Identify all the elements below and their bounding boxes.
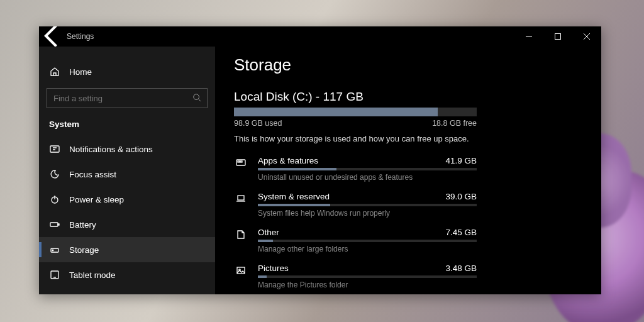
- storage-items: Apps & features41.9 GBUninstall unused o…: [234, 153, 577, 294]
- storage-detail: System & reserved39.0 GBSystem files hel…: [258, 192, 477, 218]
- svg-rect-16: [238, 161, 240, 162]
- section-label: System: [39, 114, 215, 136]
- storage-bar: [258, 168, 477, 170]
- storage-title: Pictures: [258, 264, 289, 273]
- svg-rect-1: [555, 34, 561, 40]
- notifications-icon: [49, 143, 60, 155]
- storage-detail: Apps & features41.9 GBUninstall unused o…: [258, 156, 477, 182]
- nav-list: Notifications & actionsFocus assistPower…: [39, 136, 215, 287]
- storage-bar-fill: [258, 240, 273, 242]
- storage-bar-fill: [258, 275, 267, 278]
- storage-sub: System files help Windows run properly: [258, 209, 477, 218]
- home-label: Home: [69, 67, 92, 77]
- other-icon: [234, 229, 248, 240]
- nav-label: Focus assist: [69, 170, 116, 179]
- svg-rect-9: [50, 223, 58, 226]
- svg-line-5: [199, 99, 201, 102]
- svg-point-12: [52, 250, 53, 251]
- nav-label: Storage: [69, 245, 99, 255]
- used-label: 98.9 GB used: [234, 119, 282, 128]
- home-link[interactable]: Home: [39, 59, 215, 84]
- pictures-icon: [234, 265, 248, 276]
- storage-header: Other7.45 GB: [258, 228, 477, 237]
- page-heading: Storage: [234, 55, 577, 75]
- storage-header: System & reserved39.0 GB: [258, 192, 477, 201]
- disk-name: Local Disk (C:) - 117 GB: [234, 90, 577, 104]
- storage-detail: Other7.45 GBManage other large folders: [258, 228, 477, 253]
- disk-bar-labels: 98.9 GB used 18.8 GB free: [234, 119, 477, 128]
- storage-header: Pictures3.48 GB: [258, 264, 477, 273]
- storage-icon: [49, 244, 60, 255]
- storage-sub: Manage other large folders: [258, 245, 477, 253]
- storage-size: 7.45 GB: [445, 228, 477, 237]
- content-pane[interactable]: Storage Local Disk (C:) - 117 GB 98.9 GB…: [215, 47, 601, 294]
- sidebar: Home System Notifications & actionsFocus…: [39, 47, 215, 294]
- svg-rect-18: [238, 196, 244, 200]
- home-icon: [49, 66, 60, 77]
- maximize-button[interactable]: [543, 26, 572, 47]
- window-title: Settings: [67, 32, 94, 41]
- svg-rect-6: [50, 146, 59, 152]
- free-label: 18.8 GB free: [432, 119, 477, 128]
- svg-rect-17: [240, 161, 242, 162]
- laptop-icon: [234, 193, 248, 204]
- storage-title: System & reserved: [258, 192, 330, 201]
- sidebar-item-storage[interactable]: Storage: [39, 237, 215, 262]
- storage-bar-fill: [258, 204, 330, 206]
- sidebar-item-tablet-mode[interactable]: Tablet mode: [39, 262, 215, 287]
- sidebar-item-power-sleep[interactable]: Power & sleep: [39, 187, 215, 212]
- svg-rect-19: [237, 267, 245, 274]
- apps-icon: [234, 157, 248, 169]
- moon-icon: [49, 169, 60, 180]
- storage-title: Apps & features: [258, 156, 318, 165]
- search-icon: [192, 93, 201, 102]
- close-button[interactable]: [572, 26, 601, 47]
- disk-bar-fill: [234, 108, 438, 116]
- storage-bar-fill: [258, 168, 336, 170]
- storage-size: 3.48 GB: [445, 264, 477, 273]
- storage-item-pictures[interactable]: Pictures3.48 GBManage the Pictures folde…: [234, 261, 477, 294]
- storage-bar: [258, 275, 477, 278]
- storage-item-apps-features[interactable]: Apps & features41.9 GBUninstall unused o…: [234, 153, 477, 189]
- storage-item-system-reserved[interactable]: System & reserved39.0 GBSystem files hel…: [234, 189, 477, 225]
- disk-bar: [234, 108, 477, 116]
- storage-bar: [258, 204, 477, 206]
- search-input[interactable]: [47, 88, 208, 108]
- storage-header: Apps & features41.9 GB: [258, 156, 477, 165]
- nav-label: Tablet mode: [69, 270, 116, 280]
- settings-window: Settings Home System Notifications & act…: [39, 26, 601, 294]
- sidebar-item-notifications-actions[interactable]: Notifications & actions: [39, 136, 215, 162]
- svg-rect-10: [58, 224, 59, 225]
- battery-icon: [49, 219, 60, 230]
- storage-size: 39.0 GB: [445, 192, 477, 201]
- caption-buttons: [514, 26, 601, 47]
- minimize-button[interactable]: [514, 26, 543, 47]
- sidebar-item-focus-assist[interactable]: Focus assist: [39, 162, 215, 187]
- svg-point-4: [194, 94, 199, 100]
- storage-sub: Manage the Pictures folder: [258, 280, 477, 289]
- storage-detail: Pictures3.48 GBManage the Pictures folde…: [258, 264, 477, 289]
- power-icon: [49, 194, 60, 205]
- storage-item-other[interactable]: Other7.45 GBManage other large folders: [234, 225, 477, 261]
- nav-label: Notifications & actions: [69, 145, 153, 154]
- nav-label: Power & sleep: [69, 195, 124, 204]
- storage-size: 41.9 GB: [445, 156, 477, 165]
- storage-bar: [258, 240, 477, 242]
- window-body: Home System Notifications & actionsFocus…: [39, 47, 601, 294]
- search-wrap: [39, 84, 215, 114]
- storage-title: Other: [258, 228, 279, 237]
- sidebar-item-battery[interactable]: Battery: [39, 212, 215, 237]
- tablet-icon: [49, 269, 60, 280]
- titlebar: Settings: [39, 26, 601, 47]
- storage-desc: This is how your storage is used and how…: [234, 134, 577, 143]
- nav-label: Battery: [69, 220, 96, 230]
- storage-sub: Uninstall unused or undesired apps & fea…: [258, 173, 477, 182]
